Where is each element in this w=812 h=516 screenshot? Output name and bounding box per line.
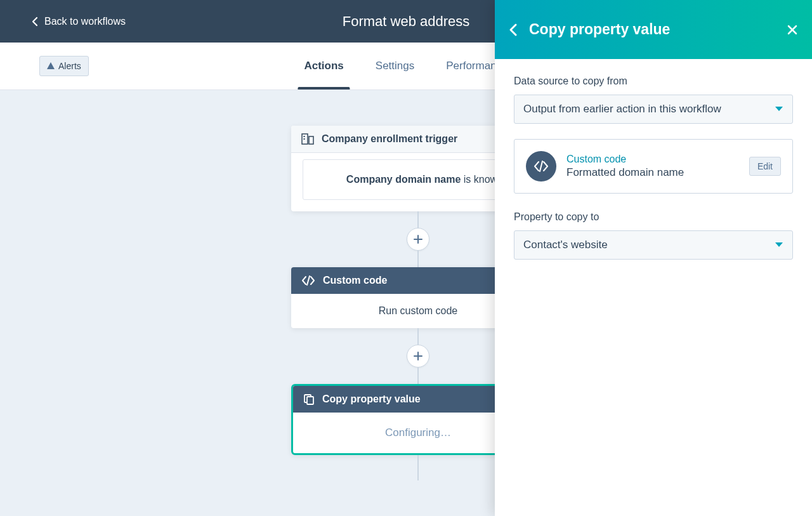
alerts-button[interactable]: Alerts [39, 56, 89, 76]
source-card: Custom code Formatted domain name Edit [514, 139, 793, 194]
code-icon [534, 161, 549, 172]
building-icon [301, 133, 314, 145]
caret-down-icon [775, 242, 783, 248]
panel-header: Copy property value [495, 0, 812, 59]
svg-rect-1 [309, 136, 313, 144]
data-source-select[interactable]: Output from earlier action in this workf… [514, 95, 793, 124]
data-source-label: Data source to copy from [514, 76, 793, 87]
source-sub: Formatted domain name [566, 166, 739, 179]
edit-button[interactable]: Edit [749, 157, 781, 176]
alerts-label: Alerts [58, 61, 81, 71]
add-action-button[interactable] [407, 228, 429, 251]
custom-code-title: Custom code [323, 275, 387, 286]
code-circle-icon [526, 151, 556, 182]
svg-rect-2 [304, 136, 305, 137]
tab-settings[interactable]: Settings [376, 43, 414, 89]
close-icon [787, 24, 798, 36]
svg-rect-5 [307, 397, 313, 404]
copy-icon [303, 394, 315, 405]
back-label: Back to workflows [44, 16, 126, 27]
alert-icon [47, 62, 55, 70]
source-link[interactable]: Custom code [566, 154, 739, 165]
trigger-title: Company enrollment trigger [322, 133, 457, 145]
add-action-button[interactable] [407, 345, 429, 367]
panel-back-button[interactable] [509, 23, 518, 37]
panel-body: Data source to copy from Output from ear… [495, 59, 812, 276]
caret-down-icon [775, 106, 783, 112]
connector [417, 455, 419, 480]
svg-rect-3 [304, 138, 305, 140]
back-to-workflows-link[interactable]: Back to workflows [32, 16, 126, 27]
trigger-prop: Company domain name [346, 174, 461, 185]
chevron-left-icon [32, 17, 38, 27]
chevron-left-icon [509, 23, 518, 37]
connector [417, 367, 419, 384]
trigger-cond: is know [461, 174, 497, 185]
plus-icon [413, 234, 423, 244]
copy-property-title: Copy property value [322, 394, 421, 405]
page-title: Format web address [343, 13, 470, 30]
connector [417, 211, 419, 228]
property-to-value: Contact's website [523, 239, 608, 251]
tab-actions[interactable]: Actions [304, 43, 343, 89]
property-to-select[interactable]: Contact's website [514, 230, 793, 260]
data-source-value: Output from earlier action in this workf… [523, 103, 721, 116]
side-panel: Copy property value Data source to copy … [495, 0, 812, 516]
source-info: Custom code Formatted domain name [566, 154, 739, 179]
tabs: Actions Settings Performance [304, 43, 508, 89]
code-icon [301, 275, 315, 286]
connector [417, 328, 419, 345]
plus-icon [413, 351, 423, 361]
connector [417, 251, 419, 267]
panel-close-button[interactable] [787, 24, 798, 36]
property-to-label: Property to copy to [514, 211, 793, 223]
panel-title: Copy property value [529, 21, 787, 38]
